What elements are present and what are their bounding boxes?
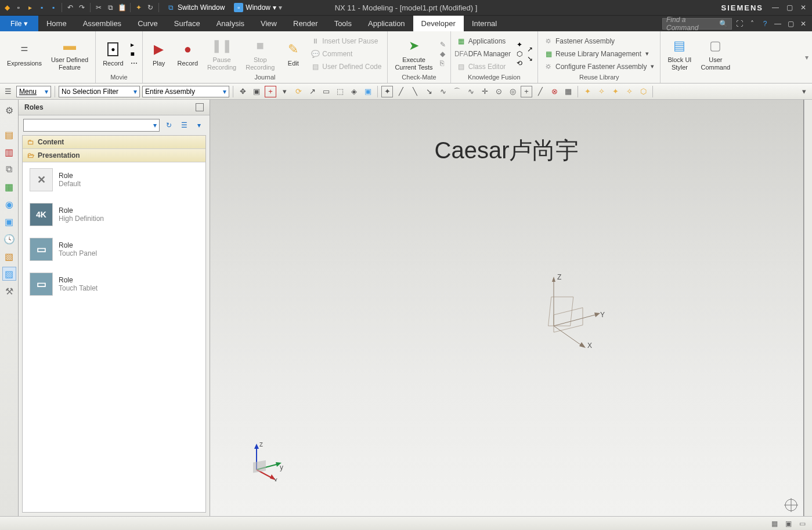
rail-reuse-icon[interactable]: ▦ [2, 180, 16, 194]
roles-section-presentation[interactable]: 🗁Presentation [23, 149, 205, 162]
tab-render[interactable]: Render [285, 16, 326, 31]
find-command-input[interactable]: Find a Command 🔍 [662, 18, 732, 30]
rail-history-icon[interactable]: 🕓 [2, 232, 16, 246]
view-tool-5[interactable]: ⬡ [637, 86, 649, 97]
tab-curve[interactable]: Curve [129, 16, 166, 31]
tab-tools[interactable]: Tools [326, 16, 360, 31]
sel-tool-10[interactable]: ▣ [362, 86, 374, 97]
maximize-button[interactable]: ▢ [783, 2, 796, 13]
play-button[interactable]: ▶ Play [147, 39, 171, 68]
view-tool-4[interactable]: ✧ [623, 86, 635, 97]
rail-constraints-icon[interactable]: ▥ [2, 145, 16, 159]
snap-tool-10[interactable]: ◎ [507, 86, 518, 97]
cm-icon2[interactable]: ◆ [440, 50, 446, 58]
redo-icon[interactable]: ↷ [77, 3, 86, 12]
snap-tool-6[interactable]: ⌒ [451, 86, 463, 97]
options-dropdown-icon[interactable]: ▾ [193, 119, 205, 131]
roles-section-content[interactable]: 🗀Content [23, 136, 205, 149]
status-render-icon[interactable]: ▣ [783, 518, 793, 529]
cm-icon1[interactable]: ✎ [440, 41, 446, 49]
view-tool-2[interactable]: ✧ [596, 86, 607, 97]
menu-icon[interactable]: ☰ [2, 86, 14, 97]
sel-tool-6[interactable]: ↗ [306, 86, 318, 97]
expressions-button[interactable]: = Expressions [5, 39, 44, 68]
role-item-touch-tablet[interactable]: ▭ RoleTouch Tablet [23, 267, 205, 302]
snap-tool-14[interactable]: ▦ [562, 86, 574, 97]
save-all-icon[interactable]: ▪ [49, 3, 58, 12]
kf-icon1[interactable]: ✦ [517, 41, 522, 49]
user-defined-feature-button[interactable]: ▬ User Defined Feature [49, 35, 91, 71]
child-restore-icon[interactable]: ▢ [785, 19, 796, 29]
collapse-ribbon-icon[interactable]: ˄ [747, 19, 757, 29]
record-movie-button[interactable]: ● Record [100, 39, 125, 68]
fastener-assembly-button[interactable]: ⛭Fastener Assembly [543, 35, 655, 47]
rail-process-icon[interactable]: ▧ [2, 249, 16, 263]
movie-options-icon[interactable]: ⋯ [131, 59, 138, 67]
sel-tool-8[interactable]: ⬚ [334, 86, 346, 97]
minimize-button[interactable]: — [769, 2, 782, 13]
selection-filter-dropdown[interactable]: No Selection Filter▾ [59, 86, 140, 97]
snap-tool-11[interactable]: + [521, 86, 532, 97]
movie-stop-icon[interactable]: ■ [131, 50, 138, 58]
config-fastener-button[interactable]: ⛭Configure Fastener Assembly ▾ [543, 61, 655, 72]
tab-internal[interactable]: Internal [464, 16, 505, 31]
snap-tool-13[interactable]: ⊗ [548, 86, 560, 97]
ribbon-overflow-icon[interactable]: ▾ [802, 31, 812, 83]
movie-settings-icon[interactable]: ▸ [131, 41, 138, 49]
status-info-icon[interactable]: ▭ [797, 518, 807, 529]
view-tool-1[interactable]: ✦ [582, 86, 593, 97]
fullscreen-icon[interactable]: ⛶ [734, 19, 745, 29]
repeat-icon[interactable]: ↻ [146, 3, 155, 12]
kf-icon3[interactable]: ⟲ [517, 59, 522, 67]
tab-surface[interactable]: Surface [166, 16, 208, 31]
selection-scope-dropdown[interactable]: Entire Assembly▾ [142, 86, 229, 97]
kf-applications-button[interactable]: ▦Applications [456, 35, 512, 47]
kf-icon2[interactable]: ⬡ [517, 50, 522, 58]
roles-search-input[interactable]: ▾ [23, 119, 160, 132]
rail-roles-icon[interactable]: ▨ [2, 267, 16, 281]
snap-tool-12[interactable]: ╱ [535, 86, 546, 97]
user-command-button[interactable]: ▢ User Command [698, 35, 732, 71]
sel-tool-7[interactable]: ▭ [320, 86, 332, 97]
rail-assembly-nav-icon[interactable]: ▤ [2, 128, 16, 141]
role-item-hd[interactable]: 4K RoleHigh Definition [23, 197, 205, 232]
block-ui-styler-button[interactable]: ▤ Block UI Styler [665, 35, 694, 71]
reuse-lib-mgmt-button[interactable]: ▦Reuse Library Management ▾ [543, 48, 655, 60]
cm-icon3[interactable]: ⎘ [440, 59, 446, 67]
tab-home[interactable]: Home [38, 16, 75, 31]
tab-developer[interactable]: Developer [413, 16, 464, 31]
rail-system-icon[interactable]: ⚒ [2, 284, 16, 298]
save-icon[interactable]: ▪ [37, 3, 46, 12]
snap-tool-3[interactable]: ╲ [409, 86, 421, 97]
rail-hd3d-icon[interactable]: ◉ [2, 197, 16, 211]
dfa-manager-button[interactable]: DFADFA Manager [456, 48, 512, 60]
status-grid-icon[interactable]: ▦ [769, 518, 779, 529]
record-journal-button[interactable]: ● Record [175, 39, 200, 68]
menu-dropdown[interactable]: Menu▾ [16, 86, 51, 97]
snap-tool-8[interactable]: ✛ [479, 86, 490, 97]
snap-tool-4[interactable]: ↘ [423, 86, 435, 97]
toolbar-overflow-icon[interactable]: ▾ [798, 86, 810, 97]
rail-part-nav-icon[interactable]: ⧉ [2, 162, 16, 176]
role-item-default[interactable]: ✕ RoleDefault [23, 162, 205, 197]
open-icon[interactable]: ▸ [26, 3, 35, 12]
view-tool-3[interactable]: ✦ [609, 86, 621, 97]
close-button[interactable]: ✕ [797, 2, 810, 13]
cut-icon[interactable]: ✂ [94, 3, 103, 12]
child-minimize-icon[interactable]: — [773, 19, 783, 29]
new-icon[interactable]: ▫ [14, 3, 23, 12]
snap-tool-1[interactable]: ✦ [381, 86, 393, 97]
undo-icon[interactable]: ↶ [66, 3, 75, 12]
file-menu[interactable]: File ▾ [0, 16, 38, 31]
sel-tool-1[interactable]: ✥ [237, 86, 248, 97]
right-scrollbar-gutter[interactable] [804, 100, 812, 516]
kf-icon4[interactable]: ↗ [527, 45, 533, 53]
tab-view[interactable]: View [252, 16, 285, 31]
execute-tests-button[interactable]: ➤ Execute Current Tests [392, 35, 435, 71]
edit-journal-button[interactable]: ✎ Edit [282, 39, 305, 68]
graphics-canvas[interactable]: Caesar卢尚宇 Z Y X z y x [210, 100, 804, 516]
window-dropdown[interactable]: ▫ Window ▾ ▾ [230, 2, 286, 13]
sel-tool-3[interactable]: + [265, 86, 276, 97]
copy-icon[interactable]: ⧉ [106, 3, 115, 12]
snap-tool-9[interactable]: ⊙ [493, 86, 504, 97]
